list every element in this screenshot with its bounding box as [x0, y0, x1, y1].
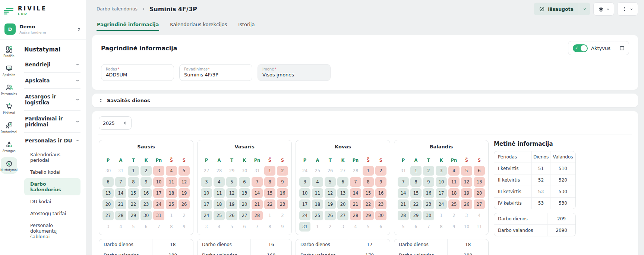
day-cell[interactable]: 3: [436, 166, 447, 176]
day-cell[interactable]: 29: [363, 211, 374, 220]
sidebar-item-atostogų-tarifai[interactable]: Atostogų tarifai: [24, 208, 80, 219]
day-cell[interactable]: 20: [102, 199, 114, 209]
day-cell[interactable]: 20: [239, 199, 250, 209]
day-cell[interactable]: 11: [312, 188, 323, 198]
day-cell[interactable]: 16: [423, 188, 434, 198]
day-cell[interactable]: 1: [264, 166, 275, 176]
day-cell[interactable]: 29: [128, 211, 139, 220]
day-cell[interactable]: 30: [141, 211, 152, 220]
day-cell[interactable]: 24: [201, 211, 212, 220]
day-cell[interactable]: 12: [325, 188, 336, 198]
toggle-switch[interactable]: ✓: [573, 44, 588, 52]
sidebar-group-apskaita[interactable]: Apskaita: [24, 73, 80, 88]
day-cell[interactable]: 25: [214, 211, 225, 220]
day-cell[interactable]: 10: [153, 177, 164, 187]
day-cell[interactable]: 2: [375, 166, 386, 176]
day-cell[interactable]: 19: [461, 188, 472, 198]
rail-item-personalas[interactable]: Personalas: [1, 81, 17, 98]
day-cell[interactable]: 19: [179, 188, 190, 198]
day-cell[interactable]: 28: [115, 211, 126, 220]
day-cell[interactable]: 9: [375, 177, 386, 187]
day-cell[interactable]: 8: [410, 177, 422, 187]
day-cell[interactable]: 7: [115, 177, 126, 187]
rail-item-pradzia[interactable]: Pradžia: [1, 43, 17, 60]
day-cell[interactable]: 20: [337, 199, 348, 209]
day-cell[interactable]: 22: [410, 199, 422, 209]
day-cell[interactable]: 24: [436, 199, 447, 209]
day-cell[interactable]: 4: [166, 166, 177, 176]
day-cell[interactable]: 1: [363, 166, 374, 176]
day-cell[interactable]: 1: [410, 166, 422, 176]
breadcrumb-parent[interactable]: Darbo kalendorius: [97, 6, 138, 12]
day-cell[interactable]: 24: [153, 199, 164, 209]
day-cell[interactable]: 28: [252, 211, 263, 220]
more-actions-button[interactable]: [617, 2, 638, 16]
saved-button[interactable]: Išsaugota: [534, 3, 579, 15]
sidebar-group-personalas-ir-du[interactable]: Personalas ir DU: [24, 133, 80, 148]
day-cell[interactable]: 2: [141, 166, 152, 176]
day-cell[interactable]: 7: [398, 177, 409, 187]
day-cell[interactable]: 9: [277, 177, 288, 187]
day-cell[interactable]: 11: [214, 188, 225, 198]
day-cell[interactable]: 23: [277, 199, 288, 209]
day-cell[interactable]: 17: [201, 199, 212, 209]
day-cell[interactable]: 18: [166, 188, 177, 198]
day-cell[interactable]: 18: [214, 199, 225, 209]
day-cell[interactable]: 2: [277, 166, 288, 176]
day-cell[interactable]: 27: [239, 211, 250, 220]
day-cell[interactable]: 15: [410, 188, 422, 198]
day-cell[interactable]: 14: [398, 188, 409, 198]
sidebar-group-atsargos-ir-logistika[interactable]: Atsargos ir logistika: [24, 89, 80, 110]
sidebar-item-darbo-kalendorius[interactable]: Darbo kalendorius: [24, 178, 80, 195]
day-cell[interactable]: 28: [350, 211, 361, 220]
calendar-button[interactable]: [615, 41, 629, 55]
sidebar-item-tabelio-kodai[interactable]: Tabelio kodai: [24, 166, 80, 178]
day-cell[interactable]: 6: [239, 177, 250, 187]
day-cell[interactable]: 6: [337, 177, 348, 187]
day-cell[interactable]: 5: [461, 166, 472, 176]
field-pavadinimas[interactable]: Pavadinimas*Suminis 4F/3P: [179, 64, 252, 81]
day-cell[interactable]: 10: [436, 177, 447, 187]
sidebar-item-personalo-dokumentų-šablonai[interactable]: Personalo dokumentų šablonai: [24, 220, 80, 242]
day-cell[interactable]: 17: [436, 188, 447, 198]
day-cell[interactable]: 18: [448, 188, 460, 198]
day-cell[interactable]: 13: [102, 188, 114, 198]
day-cell[interactable]: 29: [410, 211, 422, 220]
day-cell[interactable]: 16: [277, 188, 288, 198]
day-cell[interactable]: 5: [226, 177, 237, 187]
day-cell[interactable]: 12: [461, 177, 472, 187]
day-cell[interactable]: 22: [264, 199, 275, 209]
day-cell[interactable]: 2: [423, 166, 434, 176]
day-cell[interactable]: 26: [325, 211, 336, 220]
day-cell[interactable]: 1: [128, 166, 139, 176]
tab-istorija[interactable]: Istorija: [238, 19, 255, 31]
day-cell[interactable]: 13: [337, 188, 348, 198]
day-cell[interactable]: 3: [153, 166, 164, 176]
day-cell[interactable]: 23: [423, 199, 434, 209]
day-cell[interactable]: 9: [423, 177, 434, 187]
day-cell[interactable]: 22: [128, 199, 139, 209]
day-cell[interactable]: 12: [226, 188, 237, 198]
day-cell[interactable]: 20: [474, 188, 485, 198]
day-cell[interactable]: 30: [375, 211, 386, 220]
day-cell[interactable]: 18: [312, 199, 323, 209]
day-cell[interactable]: 21: [115, 199, 126, 209]
day-cell[interactable]: 5: [179, 166, 190, 176]
day-cell[interactable]: 11: [448, 177, 460, 187]
day-cell[interactable]: 26: [226, 211, 237, 220]
day-cell[interactable]: 8: [264, 177, 275, 187]
weekdays-section-bar[interactable]: Savaitės dienos: [92, 94, 638, 107]
day-cell[interactable]: 19: [226, 199, 237, 209]
day-cell[interactable]: 27: [102, 211, 114, 220]
rail-item-atsargos[interactable]: Atsargos: [1, 138, 17, 155]
sidebar-group-pardavimai-ir-pirkimai[interactable]: Pardavimai ir pirkimai: [24, 111, 80, 132]
day-cell[interactable]: 25: [166, 199, 177, 209]
rail-item-nustatymai[interactable]: Nustatymai: [1, 157, 17, 174]
day-cell[interactable]: 26: [179, 199, 190, 209]
day-cell[interactable]: 4: [214, 177, 225, 187]
day-cell[interactable]: 24: [299, 211, 310, 220]
day-cell[interactable]: 7: [350, 177, 361, 187]
day-cell[interactable]: 9: [141, 177, 152, 187]
day-cell[interactable]: 21: [350, 199, 361, 209]
sidebar-item-du-kodai[interactable]: DU kodai: [24, 196, 80, 207]
